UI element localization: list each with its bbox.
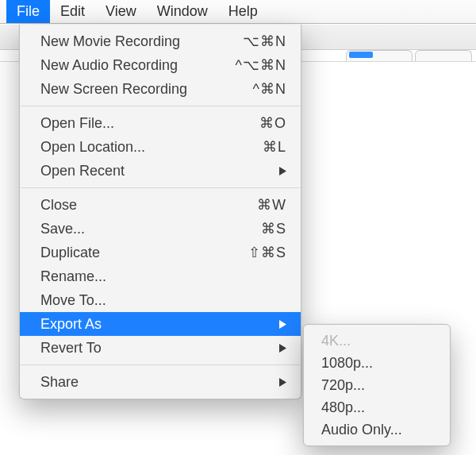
svg-marker-1 (279, 320, 286, 329)
menubar-item-view[interactable]: View (95, 0, 147, 23)
submenu-item-480p[interactable]: 480p... (304, 396, 450, 418)
menu-item-label: Duplicate (40, 245, 239, 261)
menu-item-revert-to[interactable]: Revert To (20, 336, 301, 360)
svg-marker-0 (279, 167, 286, 175)
menubar-item-help[interactable]: Help (218, 0, 268, 23)
menu-item-new-screen-recording[interactable]: New Screen Recording ^⌘N (20, 77, 301, 101)
menu-item-label: New Screen Recording (40, 81, 244, 98)
menu-item-shortcut: ⌘S (261, 220, 286, 237)
menu-item-label: Open Recent (40, 163, 269, 179)
menubar-item-label: File (17, 3, 40, 20)
submenu-item-audio-only[interactable]: Audio Only... (304, 418, 450, 441)
menu-item-shortcut: ^⌘N (253, 80, 286, 98)
menu-item-new-audio-recording[interactable]: New Audio Recording ^⌥⌘N (20, 53, 301, 77)
chevron-right-icon (278, 378, 286, 387)
submenu-item-4k: 4K... (304, 330, 450, 352)
menu-separator (21, 187, 300, 188)
menu-item-label: Close (40, 197, 248, 214)
menu-item-close[interactable]: Close ⌘W (20, 193, 301, 217)
submenu-item-720p[interactable]: 720p... (304, 374, 450, 396)
menu-item-label: Rename... (40, 268, 286, 285)
menu-item-label: Export As (40, 316, 269, 333)
submenu-item-1080p[interactable]: 1080p... (304, 352, 450, 374)
menu-item-shortcut: ⌘O (259, 114, 286, 132)
menu-item-shortcut: ^⌥⌘N (236, 56, 286, 74)
menu-item-new-movie-recording[interactable]: New Movie Recording ⌥⌘N (20, 29, 301, 53)
menu-item-shortcut: ⌥⌘N (243, 33, 286, 50)
menu-item-label: Open Location... (40, 139, 253, 156)
menubar-item-label: Window (157, 3, 208, 20)
file-menu: New Movie Recording ⌥⌘N New Audio Record… (19, 25, 301, 399)
menu-separator (21, 364, 300, 365)
submenu-item-label: Audio Only... (321, 422, 402, 438)
chevron-right-icon (278, 167, 286, 175)
menu-item-shortcut: ⇧⌘S (248, 244, 286, 261)
menu-item-label: New Audio Recording (40, 57, 226, 74)
menu-item-label: New Movie Recording (40, 33, 233, 50)
chevron-right-icon (278, 344, 286, 353)
menu-item-export-as[interactable]: Export As (20, 312, 301, 336)
menu-item-move-to[interactable]: Move To... (20, 288, 301, 312)
menubar-item-window[interactable]: Window (147, 0, 218, 23)
menu-separator (21, 106, 300, 106)
menubar-item-edit[interactable]: Edit (50, 0, 95, 23)
submenu-item-label: 1080p... (321, 355, 373, 372)
menubar-leading (0, 0, 6, 23)
submenu-item-label: 480p... (321, 399, 365, 416)
menubar-item-label: View (106, 3, 136, 20)
menu-item-label: Save... (40, 221, 251, 237)
menu-item-label: Share (40, 374, 269, 391)
submenu-item-label: 720p... (321, 377, 365, 394)
menu-item-save[interactable]: Save... ⌘S (20, 217, 301, 241)
menu-item-label: Move To... (40, 292, 286, 309)
menubar-item-file[interactable]: File (6, 0, 50, 23)
menu-item-share[interactable]: Share (20, 370, 301, 394)
menu-item-open-file[interactable]: Open File... ⌘O (20, 111, 301, 135)
svg-marker-3 (279, 378, 286, 387)
menu-item-label: Revert To (40, 340, 269, 357)
svg-marker-2 (279, 344, 286, 353)
menu-item-shortcut: ⌘W (257, 196, 286, 214)
menu-item-open-location[interactable]: Open Location... ⌘L (20, 135, 301, 159)
menubar-item-label: Help (228, 3, 258, 20)
menubar-item-label: Edit (60, 3, 85, 20)
menubar: File Edit View Window Help (0, 0, 476, 24)
export-as-submenu: 4K... 1080p... 720p... 480p... Audio Onl… (303, 324, 451, 446)
menu-item-rename[interactable]: Rename... (20, 264, 301, 288)
submenu-item-label: 4K... (321, 333, 351, 349)
menu-item-label: Open File... (40, 115, 250, 132)
menu-item-open-recent[interactable]: Open Recent (20, 159, 301, 183)
chevron-right-icon (278, 320, 286, 329)
menu-item-shortcut: ⌘L (263, 138, 286, 156)
menu-item-duplicate[interactable]: Duplicate ⇧⌘S (20, 241, 301, 264)
